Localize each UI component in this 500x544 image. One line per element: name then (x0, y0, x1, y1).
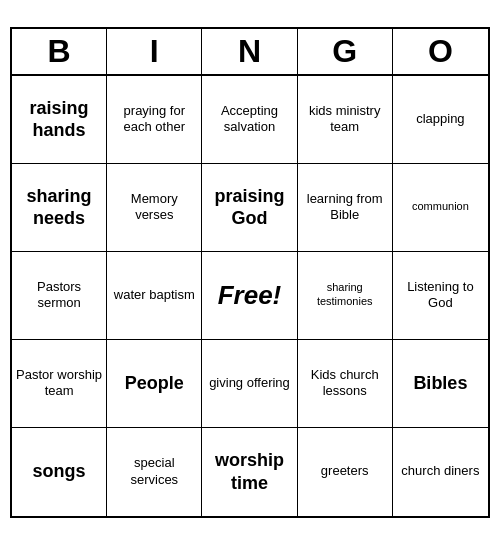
bingo-card: BINGO raising handspraying for each othe… (10, 27, 490, 518)
header-letter: B (12, 29, 107, 74)
bingo-cell: giving offering (202, 340, 297, 428)
bingo-cell: kids ministry team (298, 76, 393, 164)
bingo-cell: Kids church lessons (298, 340, 393, 428)
header-letter: N (202, 29, 297, 74)
bingo-cell: Bibles (393, 340, 488, 428)
bingo-cell: church diners (393, 428, 488, 516)
bingo-grid: raising handspraying for each otherAccep… (12, 76, 488, 516)
bingo-cell: sharing needs (12, 164, 107, 252)
bingo-cell: Pastors sermon (12, 252, 107, 340)
bingo-cell: Free! (202, 252, 297, 340)
header-letter: O (393, 29, 488, 74)
bingo-cell: Pastor worship team (12, 340, 107, 428)
bingo-cell: sharing testimonies (298, 252, 393, 340)
bingo-cell: special services (107, 428, 202, 516)
bingo-cell: Memory verses (107, 164, 202, 252)
bingo-cell: clapping (393, 76, 488, 164)
bingo-cell: Accepting salvation (202, 76, 297, 164)
bingo-cell: praising God (202, 164, 297, 252)
bingo-cell: praying for each other (107, 76, 202, 164)
bingo-cell: learning from Bible (298, 164, 393, 252)
bingo-cell: People (107, 340, 202, 428)
bingo-cell: communion (393, 164, 488, 252)
header-letter: I (107, 29, 202, 74)
bingo-cell: Listening to God (393, 252, 488, 340)
header-letter: G (298, 29, 393, 74)
bingo-cell: water baptism (107, 252, 202, 340)
bingo-cell: raising hands (12, 76, 107, 164)
bingo-cell: worship time (202, 428, 297, 516)
bingo-header: BINGO (12, 29, 488, 76)
bingo-cell: songs (12, 428, 107, 516)
bingo-cell: greeters (298, 428, 393, 516)
